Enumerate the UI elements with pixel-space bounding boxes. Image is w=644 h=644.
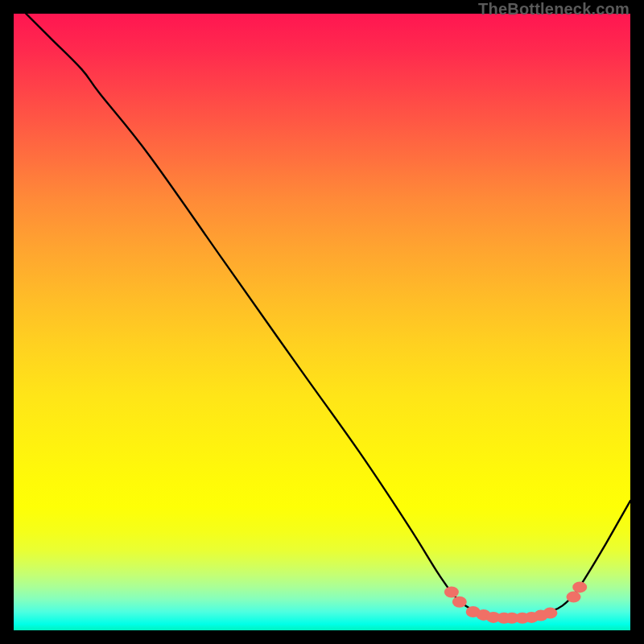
bottleneck-curve-svg (14, 14, 630, 630)
optimal-dot (567, 592, 581, 603)
bottleneck-curve (26, 14, 630, 618)
optimal-dot (444, 587, 459, 598)
optimal-dot (452, 597, 467, 608)
chart-area (14, 14, 630, 630)
optimal-dot (543, 608, 557, 619)
optimal-dot (572, 581, 587, 592)
watermark-text: TheBottleneck.com (478, 0, 630, 19)
